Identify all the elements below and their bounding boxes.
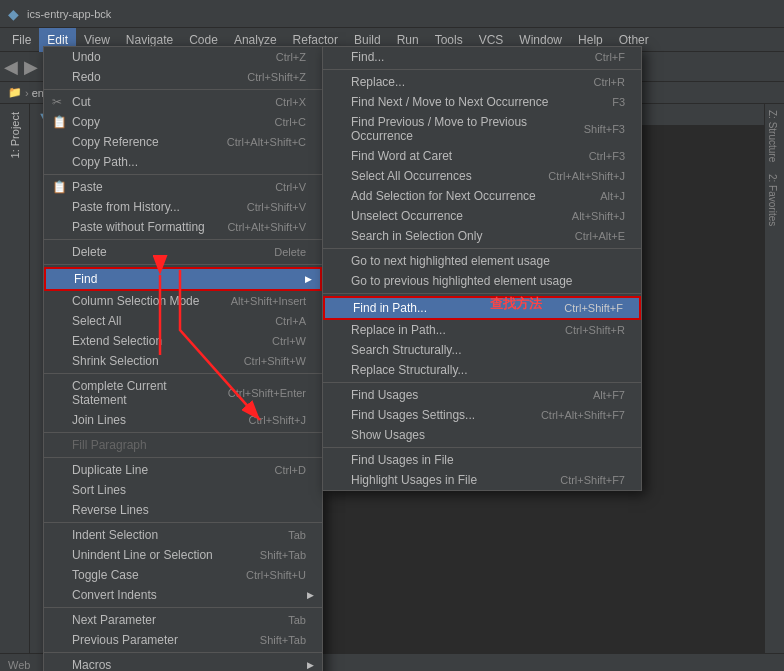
- menu-sort-lines[interactable]: Sort Lines: [44, 480, 322, 500]
- forward-button[interactable]: ▶: [24, 56, 38, 78]
- menu-reverse-lines[interactable]: Reverse Lines: [44, 500, 322, 520]
- right-tab-favorites[interactable]: 2: Favorites: [765, 168, 784, 232]
- submenu-sep1: [323, 69, 641, 70]
- sep2: [44, 174, 322, 175]
- menu-extend-selection[interactable]: Extend Selection Ctrl+W: [44, 331, 322, 351]
- title-bar: ◆ ics-entry-app-bck: [0, 0, 784, 28]
- menu-select-all[interactable]: Select All Ctrl+A: [44, 311, 322, 331]
- sep7: [44, 457, 322, 458]
- prev-param-shortcut: Shift+Tab: [260, 634, 306, 646]
- menu-join-lines[interactable]: Join Lines Ctrl+Shift+J: [44, 410, 322, 430]
- submenu-find-usages-file[interactable]: Find Usages in File: [323, 450, 641, 470]
- menu-copy-path[interactable]: Copy Path...: [44, 152, 322, 172]
- submenu-find-word-shortcut: Ctrl+F3: [589, 150, 625, 162]
- sidebar-tab-project[interactable]: 1: Project: [5, 104, 25, 166]
- right-tab-structure[interactable]: Z: Structure: [765, 104, 784, 168]
- menu-complete-statement[interactable]: Complete Current Statement Ctrl+Shift+En…: [44, 376, 322, 410]
- submenu-goto-prev-highlight[interactable]: Go to previous highlighted element usage: [323, 271, 641, 291]
- next-param-shortcut: Tab: [288, 614, 306, 626]
- delete-shortcut: Delete: [274, 246, 306, 258]
- submenu-find-usages-settings-shortcut: Ctrl+Alt+Shift+F7: [541, 409, 625, 421]
- left-sidebar: 1: Project: [0, 104, 30, 653]
- submenu-find-next[interactable]: Find Next / Move to Next Occurrence F3: [323, 92, 641, 112]
- extend-selection-shortcut: Ctrl+W: [272, 335, 306, 347]
- submenu-find-word[interactable]: Find Word at Caret Ctrl+F3: [323, 146, 641, 166]
- redo-shortcut: Ctrl+Shift+Z: [247, 71, 306, 83]
- find-label: Find: [74, 272, 97, 286]
- redo-label: Redo: [72, 70, 101, 84]
- menu-convert-indents[interactable]: Convert Indents: [44, 585, 322, 605]
- cut-icon: ✂: [52, 95, 62, 109]
- menu-prev-param[interactable]: Previous Parameter Shift+Tab: [44, 630, 322, 650]
- submenu-replace-in-path[interactable]: Replace in Path... Ctrl+Shift+R: [323, 320, 641, 340]
- toggle-case-label: Toggle Case: [72, 568, 139, 582]
- menu-toggle-case[interactable]: Toggle Case Ctrl+Shift+U: [44, 565, 322, 585]
- submenu-add-selection-next[interactable]: Add Selection for Next Occurrence Alt+J: [323, 186, 641, 206]
- select-all-label: Select All: [72, 314, 121, 328]
- submenu-find-prev-label: Find Previous / Move to Previous Occurre…: [351, 115, 564, 143]
- submenu-search-selection[interactable]: Search in Selection Only Ctrl+Alt+E: [323, 226, 641, 246]
- menu-file[interactable]: File: [4, 28, 39, 52]
- menu-shrink-selection[interactable]: Shrink Selection Ctrl+Shift+W: [44, 351, 322, 371]
- submenu-show-usages[interactable]: Show Usages: [323, 425, 641, 445]
- menu-copy[interactable]: 📋 Copy Ctrl+C: [44, 112, 322, 132]
- submenu-find-usages[interactable]: Find Usages Alt+F7: [323, 385, 641, 405]
- sep1: [44, 89, 322, 90]
- menu-delete[interactable]: Delete Delete: [44, 242, 322, 262]
- title-text: ics-entry-app-bck: [27, 8, 111, 20]
- submenu-highlight-usages-file[interactable]: Highlight Usages in File Ctrl+Shift+F7: [323, 470, 641, 490]
- submenu-select-all-occurrences[interactable]: Select All Occurrences Ctrl+Alt+Shift+J: [323, 166, 641, 186]
- submenu-replace-label: Replace...: [351, 75, 405, 89]
- submenu-replace-structurally[interactable]: Replace Structurally...: [323, 360, 641, 380]
- menu-paste[interactable]: 📋 Paste Ctrl+V: [44, 177, 322, 197]
- menu-duplicate-line[interactable]: Duplicate Line Ctrl+D: [44, 460, 322, 480]
- menu-indent[interactable]: Indent Selection Tab: [44, 525, 322, 545]
- delete-label: Delete: [72, 245, 107, 259]
- submenu-find-prev-shortcut: Shift+F3: [584, 123, 625, 135]
- submenu-find-next-label: Find Next / Move to Next Occurrence: [351, 95, 548, 109]
- submenu-find-usages-settings[interactable]: Find Usages Settings... Ctrl+Alt+Shift+F…: [323, 405, 641, 425]
- menu-paste-history[interactable]: Paste from History... Ctrl+Shift+V: [44, 197, 322, 217]
- menu-cut[interactable]: ✂ Cut Ctrl+X: [44, 92, 322, 112]
- find-submenu: Find... Ctrl+F Replace... Ctrl+R Find Ne…: [322, 46, 642, 491]
- menu-column-selection[interactable]: Column Selection Mode Alt+Shift+Insert: [44, 291, 322, 311]
- fill-paragraph-label: Fill Paragraph: [72, 438, 147, 452]
- submenu-goto-next-highlight[interactable]: Go to next highlighted element usage: [323, 251, 641, 271]
- submenu-find-in-path[interactable]: Find in Path... Ctrl+Shift+F: [323, 296, 641, 320]
- submenu-search-struct-label: Search Structurally...: [351, 343, 461, 357]
- duplicate-line-label: Duplicate Line: [72, 463, 148, 477]
- menu-paste-no-format[interactable]: Paste without Formatting Ctrl+Alt+Shift+…: [44, 217, 322, 237]
- submenu-find-path-shortcut: Ctrl+Shift+F: [564, 302, 623, 314]
- submenu-replace-struct-label: Replace Structurally...: [351, 363, 468, 377]
- menu-macros[interactable]: Macros: [44, 655, 322, 671]
- menu-find[interactable]: Find: [44, 267, 322, 291]
- submenu-sep2: [323, 248, 641, 249]
- select-all-shortcut: Ctrl+A: [275, 315, 306, 327]
- sep6: [44, 432, 322, 433]
- undo-label: Undo: [72, 50, 101, 64]
- indent-label: Indent Selection: [72, 528, 158, 542]
- sep9: [44, 607, 322, 608]
- submenu-find-usages-settings-label: Find Usages Settings...: [351, 408, 475, 422]
- submenu-unselect[interactable]: Unselect Occurrence Alt+Shift+J: [323, 206, 641, 226]
- copy-reference-shortcut: Ctrl+Alt+Shift+C: [227, 136, 306, 148]
- submenu-select-all-label: Select All Occurrences: [351, 169, 472, 183]
- submenu-replace[interactable]: Replace... Ctrl+R: [323, 72, 641, 92]
- menu-undo[interactable]: Undo Ctrl+Z: [44, 47, 322, 67]
- submenu-find[interactable]: Find... Ctrl+F: [323, 47, 641, 67]
- back-button[interactable]: ◀: [4, 56, 18, 78]
- submenu-goto-prev-label: Go to previous highlighted element usage: [351, 274, 572, 288]
- paste-icon: 📋: [52, 180, 67, 194]
- join-lines-label: Join Lines: [72, 413, 126, 427]
- breadcrumb-sep1: ›: [25, 87, 29, 99]
- menu-copy-reference[interactable]: Copy Reference Ctrl+Alt+Shift+C: [44, 132, 322, 152]
- submenu-find-prev[interactable]: Find Previous / Move to Previous Occurre…: [323, 112, 641, 146]
- menu-unindent[interactable]: Unindent Line or Selection Shift+Tab: [44, 545, 322, 565]
- menu-redo[interactable]: Redo Ctrl+Shift+Z: [44, 67, 322, 87]
- paste-label: Paste: [72, 180, 103, 194]
- submenu-search-structurally[interactable]: Search Structurally...: [323, 340, 641, 360]
- toggle-case-shortcut: Ctrl+Shift+U: [246, 569, 306, 581]
- submenu-sep5: [323, 447, 641, 448]
- menu-next-param[interactable]: Next Parameter Tab: [44, 610, 322, 630]
- breadcrumb-part1[interactable]: 📁: [8, 86, 22, 99]
